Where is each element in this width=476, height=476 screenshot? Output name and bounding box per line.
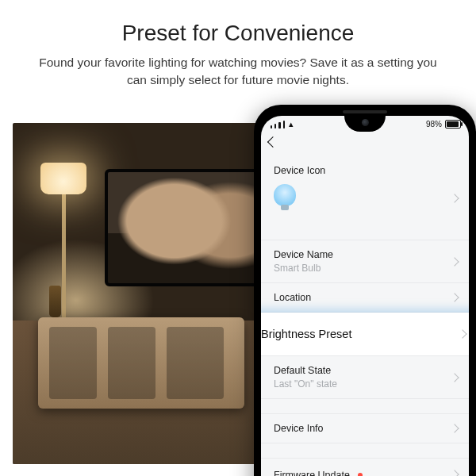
back-button[interactable] <box>267 136 278 148</box>
chevron-right-icon <box>450 470 459 476</box>
phone-screen: ▴ 98% Device Icon Device Name <box>261 116 469 476</box>
label-default-state: Default State <box>274 365 456 376</box>
phone-frame: ▴ 98% Device Icon Device Name <box>254 105 476 476</box>
value-device-name: Smart Bulb <box>274 263 456 274</box>
bulb-icon <box>274 184 296 206</box>
row-default-state[interactable]: Default State Last "On" state <box>261 355 469 398</box>
row-location[interactable]: Location <box>261 282 469 312</box>
battery-icon <box>445 120 461 129</box>
signal-icon: ▴ <box>271 120 294 129</box>
label-firmware-update: Firmware Update <box>274 470 350 476</box>
battery-percent: 98% <box>426 120 442 129</box>
wifi-icon: ▴ <box>289 120 294 129</box>
row-device-info[interactable]: Device Info <box>261 413 469 443</box>
label-device-info: Device Info <box>274 423 456 434</box>
label-device-icon: Device Icon <box>274 165 456 176</box>
label-device-name: Device Name <box>274 249 456 260</box>
hero-subtitle: Found your favorite lighting for watchin… <box>36 54 440 90</box>
chevron-right-icon <box>458 329 466 338</box>
status-bar: ▴ 98% <box>261 116 469 135</box>
row-device-name[interactable]: Device Name Smart Bulb <box>261 240 469 282</box>
label-location: Location <box>274 292 456 303</box>
row-brightness-preset[interactable]: Brightness Preset <box>261 313 469 355</box>
value-default-state: Last "On" state <box>274 378 456 390</box>
row-firmware-update[interactable]: Firmware Update <box>261 458 469 476</box>
update-badge-icon <box>358 473 363 476</box>
label-brightness-preset: Brightness Preset <box>261 328 351 340</box>
hero-title: Preset for Convenience <box>0 21 476 46</box>
row-device-icon[interactable]: Device Icon <box>261 157 469 240</box>
